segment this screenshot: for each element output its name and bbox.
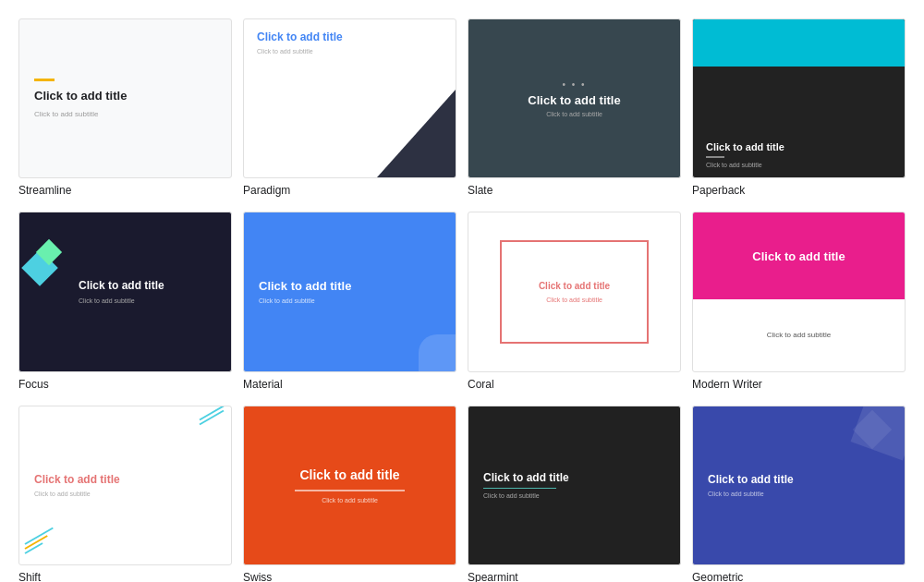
template-label: Streamline	[18, 184, 232, 197]
template-label: Shift	[18, 571, 232, 582]
template-subtitle: Click to add subtitle	[546, 297, 602, 303]
template-preview-coral[interactable]: Click to add title Click to add subtitle	[468, 212, 681, 371]
template-title: Click to add title	[528, 93, 620, 107]
template-item-material[interactable]: Click to add title Click to add subtitle…	[243, 212, 456, 390]
template-title: Click to add title	[34, 473, 216, 486]
template-label: Geometric	[692, 571, 906, 582]
template-subtitle: Click to add subtitle	[34, 491, 216, 497]
template-subtitle: Click to add subtitle	[257, 48, 443, 55]
template-subtitle: Click to add subtitle	[767, 331, 831, 339]
template-subtitle: Click to add subtitle	[706, 162, 892, 168]
template-subtitle: Click to add subtitle	[322, 497, 378, 503]
template-item-focus[interactable]: Click to add title Click to add subtitle…	[18, 212, 232, 390]
template-preview-material[interactable]: Click to add title Click to add subtitle	[243, 212, 456, 371]
template-title: Click to add title	[79, 279, 216, 292]
template-item-shift[interactable]: Click to add title Click to add subtitle…	[18, 406, 232, 583]
template-title: Click to add title	[259, 279, 441, 293]
template-item-coral[interactable]: Click to add title Click to add subtitle…	[468, 212, 681, 390]
template-preview-spearmint[interactable]: Click to add title Click to add subtitle	[468, 406, 681, 565]
template-title: Click to add title	[299, 467, 399, 482]
accent-line	[34, 79, 55, 81]
template-subtitle: Click to add subtitle	[546, 111, 602, 117]
template-item-geometric[interactable]: Click to add title Click to add subtitle…	[692, 406, 906, 583]
template-item-streamline[interactable]: Click to add title Click to add subtitle…	[18, 18, 232, 197]
template-label: Coral	[468, 378, 681, 391]
template-label: Spearmint	[468, 571, 681, 582]
template-label: Paperback	[692, 184, 906, 197]
template-preview-paradigm[interactable]: Click to add title Click to add subtitle	[243, 18, 456, 178]
top-bar: Click to add title	[693, 212, 905, 299]
bottom-lines	[25, 543, 57, 557]
template-preview-slate[interactable]: • • • Click to add title Click to add su…	[468, 18, 681, 178]
template-preview-streamline[interactable]: Click to add title Click to add subtitle	[18, 18, 232, 178]
accent-line	[295, 490, 404, 491]
accent-line	[483, 488, 556, 489]
template-item-spearmint[interactable]: Click to add title Click to add subtitle…	[468, 406, 681, 583]
template-subtitle: Click to add subtitle	[708, 491, 890, 497]
template-label: Modern Writer	[692, 378, 906, 391]
template-item-paperback[interactable]: Click to add title Click to add subtitle…	[692, 18, 906, 197]
template-subtitle: Click to add subtitle	[259, 297, 441, 304]
template-grid: Click to add title Click to add subtitle…	[18, 18, 906, 582]
dots-decoration: • • •	[562, 79, 586, 90]
template-preview-focus[interactable]: Click to add title Click to add subtitle	[18, 212, 232, 371]
template-label: Focus	[18, 378, 232, 391]
corner-decoration	[198, 412, 225, 421]
template-title: Click to add title	[706, 141, 892, 152]
template-item-swiss[interactable]: Click to add title Click to add subtitle…	[243, 406, 456, 583]
template-subtitle: Click to add subtitle	[34, 110, 216, 118]
template-label: Swiss	[243, 571, 456, 582]
template-preview-paperback[interactable]: Click to add title Click to add subtitle	[692, 18, 906, 178]
template-label: Slate	[468, 184, 681, 197]
accent-line	[706, 156, 724, 158]
template-item-paradigm[interactable]: Click to add title Click to add subtitle…	[243, 18, 456, 197]
template-preview-modernwriter[interactable]: Click to add title Click to add subtitle	[692, 212, 906, 371]
bottom-area: Click to add subtitle	[693, 299, 905, 370]
template-preview-geometric[interactable]: Click to add title Click to add subtitle	[692, 406, 906, 565]
template-label: Material	[243, 378, 456, 391]
template-title: Click to add title	[539, 281, 610, 291]
template-item-slate[interactable]: • • • Click to add title Click to add su…	[468, 18, 681, 197]
template-label: Paradigm	[243, 184, 456, 197]
template-title: Click to add title	[483, 471, 665, 484]
template-item-modernwriter[interactable]: Click to add title Click to add subtitle…	[692, 212, 906, 390]
template-preview-shift[interactable]: Click to add title Click to add subtitle	[18, 406, 232, 565]
template-subtitle: Click to add subtitle	[79, 297, 216, 304]
template-title: Click to add title	[34, 89, 216, 103]
coral-box: Click to add title Click to add subtitle	[500, 240, 648, 343]
template-title: Click to add title	[257, 30, 443, 43]
template-title: Click to add title	[708, 473, 890, 486]
template-title: Click to add title	[752, 249, 845, 263]
template-preview-swiss[interactable]: Click to add title Click to add subtitle	[243, 406, 456, 565]
template-subtitle: Click to add subtitle	[483, 492, 665, 499]
